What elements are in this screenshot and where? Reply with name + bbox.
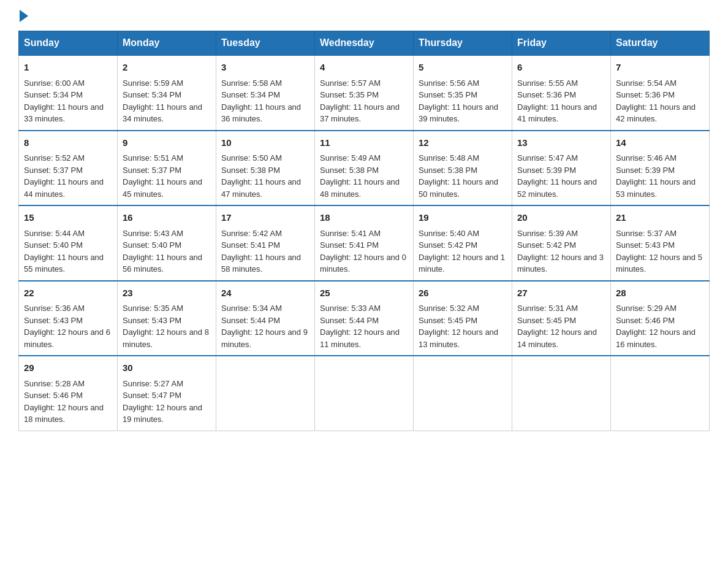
calendar-cell: 2Sunrise: 5:59 AMSunset: 5:34 PMDaylight… [118, 55, 216, 131]
col-wednesday: Wednesday [315, 31, 414, 56]
calendar-cell: 20Sunrise: 5:39 AMSunset: 5:42 PMDayligh… [512, 205, 611, 281]
day-number: 18 [320, 211, 408, 225]
calendar-cell: 18Sunrise: 5:41 AMSunset: 5:41 PMDayligh… [315, 205, 414, 281]
calendar-cell [216, 356, 315, 431]
day-number: 24 [221, 286, 309, 301]
calendar-cell: 30Sunrise: 5:27 AMSunset: 5:47 PMDayligh… [118, 356, 216, 431]
day-number: 15 [24, 211, 112, 225]
calendar-cell: 22Sunrise: 5:36 AMSunset: 5:43 PMDayligh… [19, 281, 118, 356]
calendar-cell: 3Sunrise: 5:58 AMSunset: 5:34 PMDaylight… [216, 55, 315, 131]
col-tuesday: Tuesday [216, 31, 315, 56]
calendar-cell: 23Sunrise: 5:35 AMSunset: 5:43 PMDayligh… [118, 281, 216, 356]
day-number: 17 [221, 211, 309, 225]
calendar-cell: 17Sunrise: 5:42 AMSunset: 5:41 PMDayligh… [216, 205, 315, 281]
day-number: 7 [616, 61, 704, 75]
calendar-cell [611, 356, 710, 431]
calendar-cell: 26Sunrise: 5:32 AMSunset: 5:45 PMDayligh… [414, 281, 512, 356]
calendar-body: 1Sunrise: 6:00 AMSunset: 5:34 PMDaylight… [19, 55, 710, 431]
calendar-cell: 6Sunrise: 5:55 AMSunset: 5:36 PMDaylight… [512, 55, 611, 131]
calendar-table: Sunday Monday Tuesday Wednesday Thursday… [18, 31, 710, 431]
col-monday: Monday [118, 31, 216, 56]
calendar-cell: 14Sunrise: 5:46 AMSunset: 5:39 PMDayligh… [611, 131, 710, 206]
day-number: 2 [123, 61, 211, 75]
day-number: 19 [419, 211, 507, 225]
day-info: Sunrise: 6:00 AMSunset: 5:34 PMDaylight:… [24, 77, 112, 125]
day-info: Sunrise: 5:57 AMSunset: 5:35 PMDaylight:… [320, 77, 408, 125]
day-info: Sunrise: 5:56 AMSunset: 5:35 PMDaylight:… [419, 77, 507, 125]
day-info: Sunrise: 5:55 AMSunset: 5:36 PMDaylight:… [517, 77, 605, 125]
day-number: 11 [320, 136, 408, 150]
day-info: Sunrise: 5:58 AMSunset: 5:34 PMDaylight:… [221, 77, 309, 125]
calendar-cell: 25Sunrise: 5:33 AMSunset: 5:44 PMDayligh… [315, 281, 414, 356]
day-number: 5 [419, 61, 507, 75]
calendar-cell: 29Sunrise: 5:28 AMSunset: 5:46 PMDayligh… [19, 356, 118, 431]
calendar-cell [414, 356, 512, 431]
calendar-week-row: 29Sunrise: 5:28 AMSunset: 5:46 PMDayligh… [19, 356, 710, 431]
day-info: Sunrise: 5:37 AMSunset: 5:43 PMDaylight:… [616, 228, 704, 275]
calendar-week-row: 22Sunrise: 5:36 AMSunset: 5:43 PMDayligh… [19, 281, 710, 356]
calendar-cell [315, 356, 414, 431]
day-number: 22 [24, 286, 112, 301]
day-number: 21 [616, 211, 704, 225]
day-info: Sunrise: 5:48 AMSunset: 5:38 PMDaylight:… [419, 152, 507, 200]
calendar-cell: 8Sunrise: 5:52 AMSunset: 5:37 PMDaylight… [19, 131, 118, 206]
calendar-cell: 12Sunrise: 5:48 AMSunset: 5:38 PMDayligh… [414, 131, 512, 206]
calendar-cell: 13Sunrise: 5:47 AMSunset: 5:39 PMDayligh… [512, 131, 611, 206]
calendar-cell: 19Sunrise: 5:40 AMSunset: 5:42 PMDayligh… [414, 205, 512, 281]
day-number: 16 [123, 211, 211, 225]
day-info: Sunrise: 5:50 AMSunset: 5:38 PMDaylight:… [221, 152, 309, 200]
calendar-cell: 11Sunrise: 5:49 AMSunset: 5:38 PMDayligh… [315, 131, 414, 206]
day-info: Sunrise: 5:49 AMSunset: 5:38 PMDaylight:… [320, 152, 408, 200]
day-number: 26 [419, 286, 507, 301]
day-number: 4 [320, 61, 408, 75]
day-number: 20 [517, 211, 605, 225]
day-number: 30 [123, 361, 211, 375]
col-saturday: Saturday [611, 31, 710, 56]
day-info: Sunrise: 5:27 AMSunset: 5:47 PMDaylight:… [123, 378, 211, 426]
col-sunday: Sunday [19, 31, 118, 56]
calendar-cell: 9Sunrise: 5:51 AMSunset: 5:37 PMDaylight… [118, 131, 216, 206]
day-info: Sunrise: 5:29 AMSunset: 5:46 PMDaylight:… [616, 302, 704, 350]
day-info: Sunrise: 5:39 AMSunset: 5:42 PMDaylight:… [517, 228, 605, 275]
calendar-week-row: 8Sunrise: 5:52 AMSunset: 5:37 PMDaylight… [19, 131, 710, 206]
day-info: Sunrise: 5:59 AMSunset: 5:34 PMDaylight:… [123, 77, 211, 125]
day-number: 12 [419, 136, 507, 150]
day-info: Sunrise: 5:43 AMSunset: 5:40 PMDaylight:… [123, 228, 211, 275]
calendar-week-row: 1Sunrise: 6:00 AMSunset: 5:34 PMDaylight… [19, 55, 710, 131]
day-info: Sunrise: 5:28 AMSunset: 5:46 PMDaylight:… [24, 378, 112, 426]
calendar-header-row: Sunday Monday Tuesday Wednesday Thursday… [19, 31, 710, 56]
day-info: Sunrise: 5:47 AMSunset: 5:39 PMDaylight:… [517, 152, 605, 200]
day-info: Sunrise: 5:46 AMSunset: 5:39 PMDaylight:… [616, 152, 704, 200]
calendar-cell: 15Sunrise: 5:44 AMSunset: 5:40 PMDayligh… [19, 205, 118, 281]
calendar-week-row: 15Sunrise: 5:44 AMSunset: 5:40 PMDayligh… [19, 205, 710, 281]
day-number: 29 [24, 361, 112, 375]
day-info: Sunrise: 5:40 AMSunset: 5:42 PMDaylight:… [419, 228, 507, 275]
calendar-cell: 21Sunrise: 5:37 AMSunset: 5:43 PMDayligh… [611, 205, 710, 281]
calendar-cell: 4Sunrise: 5:57 AMSunset: 5:35 PMDaylight… [315, 55, 414, 131]
day-info: Sunrise: 5:34 AMSunset: 5:44 PMDaylight:… [221, 302, 309, 350]
day-info: Sunrise: 5:33 AMSunset: 5:44 PMDaylight:… [320, 302, 408, 350]
calendar-cell: 1Sunrise: 6:00 AMSunset: 5:34 PMDaylight… [19, 55, 118, 131]
day-info: Sunrise: 5:51 AMSunset: 5:37 PMDaylight:… [123, 152, 211, 200]
logo-arrow-icon [20, 10, 28, 22]
calendar-cell: 28Sunrise: 5:29 AMSunset: 5:46 PMDayligh… [611, 281, 710, 356]
day-info: Sunrise: 5:42 AMSunset: 5:41 PMDaylight:… [221, 228, 309, 275]
col-thursday: Thursday [414, 31, 512, 56]
day-info: Sunrise: 5:35 AMSunset: 5:43 PMDaylight:… [123, 302, 211, 350]
calendar-cell: 16Sunrise: 5:43 AMSunset: 5:40 PMDayligh… [118, 205, 216, 281]
calendar-cell: 10Sunrise: 5:50 AMSunset: 5:38 PMDayligh… [216, 131, 315, 206]
day-info: Sunrise: 5:41 AMSunset: 5:41 PMDaylight:… [320, 228, 408, 275]
day-info: Sunrise: 5:32 AMSunset: 5:45 PMDaylight:… [419, 302, 507, 350]
day-info: Sunrise: 5:54 AMSunset: 5:36 PMDaylight:… [616, 77, 704, 125]
day-number: 8 [24, 136, 112, 150]
logo [18, 12, 28, 20]
day-number: 23 [123, 286, 211, 301]
day-number: 14 [616, 136, 704, 150]
day-number: 28 [616, 286, 704, 301]
day-number: 6 [517, 61, 605, 75]
day-number: 3 [221, 61, 309, 75]
day-number: 25 [320, 286, 408, 301]
col-friday: Friday [512, 31, 611, 56]
day-number: 10 [221, 136, 309, 150]
day-number: 9 [123, 136, 211, 150]
